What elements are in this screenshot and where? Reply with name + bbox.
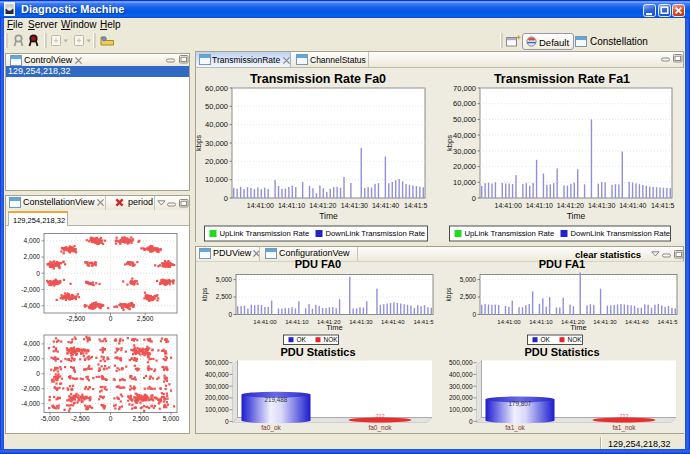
svg-text:14:41:30: 14:41:30 <box>588 202 615 209</box>
svg-text:30,000: 30,000 <box>205 139 228 148</box>
svg-text:14:41:20: 14:41:20 <box>309 202 336 209</box>
svg-text:PDU FA1: PDU FA1 <box>539 258 585 270</box>
svg-text:219,488: 219,488 <box>265 396 288 403</box>
svg-text:2,500: 2,500 <box>460 293 477 300</box>
svg-text:-4,000: -4,000 <box>21 302 40 309</box>
svg-text:70,000: 70,000 <box>453 84 476 93</box>
svg-text:2,500: 2,500 <box>216 293 233 300</box>
svg-text:14:41:10: 14:41:10 <box>526 202 553 209</box>
svg-text:14:41:40: 14:41:40 <box>625 319 649 325</box>
svg-text:0: 0 <box>109 315 113 322</box>
svg-text:40,000: 40,000 <box>453 131 476 140</box>
svg-text:OK: OK <box>297 336 307 343</box>
svg-text:300,000: 300,000 <box>449 383 473 390</box>
svg-text:14:41:30: 14:41:30 <box>349 319 373 325</box>
svg-text:Time: Time <box>319 211 338 221</box>
svg-text:DownLink Transmission Rate: DownLink Transmission Rate <box>326 229 426 238</box>
svg-text:14:41:20: 14:41:20 <box>557 202 584 209</box>
svg-text:2,500: 2,500 <box>137 315 154 322</box>
svg-text:14:41:00: 14:41:00 <box>497 319 521 325</box>
svg-text:UpLink Transmission Rate: UpLink Transmission Rate <box>220 229 310 238</box>
svg-text:100,000: 100,000 <box>205 406 229 413</box>
svg-text:212: 212 <box>375 413 384 419</box>
svg-text:5,000: 5,000 <box>163 415 180 422</box>
svg-text:5,000: 5,000 <box>216 276 233 283</box>
svg-text:14:41:00: 14:41:00 <box>253 319 277 325</box>
svg-text:14:41:5: 14:41:5 <box>651 202 674 209</box>
svg-text:-2,000: -2,000 <box>21 286 40 293</box>
svg-text:2,000: 2,000 <box>23 355 40 362</box>
svg-text:0: 0 <box>472 311 476 318</box>
svg-text:400,000: 400,000 <box>449 371 473 378</box>
svg-text:14:41:40: 14:41:40 <box>381 319 405 325</box>
svg-text:14:41:10: 14:41:10 <box>529 319 553 325</box>
svg-text:0: 0 <box>228 311 232 318</box>
svg-text:14:41:10: 14:41:10 <box>278 202 305 209</box>
svg-text:NOK: NOK <box>568 336 583 343</box>
svg-text:14:41:40: 14:41:40 <box>372 202 399 209</box>
svg-text:-2,500: -2,500 <box>71 415 90 422</box>
svg-text:0: 0 <box>225 418 229 425</box>
svg-text:-5,000: -5,000 <box>41 415 60 422</box>
svg-text:60,000: 60,000 <box>453 99 476 108</box>
svg-text:PDU Statistics: PDU Statistics <box>280 346 355 358</box>
svg-text:14:41:5: 14:41:5 <box>657 319 678 325</box>
svg-text:-2,500: -2,500 <box>67 315 86 322</box>
svg-text:fa0_ok: fa0_ok <box>261 424 281 432</box>
svg-text:14:41:00: 14:41:00 <box>247 202 274 209</box>
svg-text:10,000: 10,000 <box>205 175 228 184</box>
svg-text:4,000: 4,000 <box>23 237 40 244</box>
svg-text:DownLink Transmission Rate: DownLink Transmission Rate <box>571 229 671 238</box>
svg-text:0: 0 <box>469 418 473 425</box>
svg-text:-4,000: -4,000 <box>21 400 40 407</box>
svg-text:14:41:10: 14:41:10 <box>285 319 309 325</box>
svg-text:30,000: 30,000 <box>453 147 476 156</box>
svg-text:400,000: 400,000 <box>205 371 229 378</box>
svg-text:Time: Time <box>570 323 586 332</box>
svg-text:Time: Time <box>326 323 342 332</box>
svg-text:50,000: 50,000 <box>205 102 228 111</box>
svg-text:kbps: kbps <box>445 135 454 151</box>
svg-text:14:41:40: 14:41:40 <box>619 202 646 209</box>
svg-text:PDU Statistics: PDU Statistics <box>524 346 599 358</box>
svg-text:20,000: 20,000 <box>453 162 476 171</box>
svg-text:2,000: 2,000 <box>23 253 40 260</box>
svg-text:fa0_nok: fa0_nok <box>368 424 392 432</box>
svg-text:300,000: 300,000 <box>205 383 229 390</box>
svg-text:-2,000: -2,000 <box>21 385 40 392</box>
svg-text:kbps: kbps <box>201 287 209 301</box>
svg-text:500,000: 500,000 <box>449 359 473 366</box>
svg-text:50,000: 50,000 <box>453 115 476 124</box>
svg-text:60,000: 60,000 <box>205 84 228 93</box>
svg-text:40,000: 40,000 <box>205 120 228 129</box>
svg-text:Transmission Rate Fa1: Transmission Rate Fa1 <box>494 72 630 86</box>
svg-text:fa1_nok: fa1_nok <box>612 424 636 432</box>
svg-text:179,807: 179,807 <box>509 400 532 407</box>
svg-text:0: 0 <box>224 194 228 203</box>
svg-text:0: 0 <box>109 415 113 422</box>
svg-text:14:41:5: 14:41:5 <box>413 319 434 325</box>
svg-text:0: 0 <box>36 270 40 277</box>
svg-text:20,000: 20,000 <box>205 157 228 166</box>
svg-text:PDU FA0: PDU FA0 <box>295 258 341 270</box>
svg-text:OK: OK <box>541 336 551 343</box>
svg-text:14:41:00: 14:41:00 <box>495 202 522 209</box>
svg-text:4,000: 4,000 <box>23 340 40 347</box>
svg-text:14:41:5: 14:41:5 <box>404 202 427 209</box>
svg-text:14:41:30: 14:41:30 <box>341 202 368 209</box>
svg-text:500,000: 500,000 <box>205 359 229 366</box>
svg-text:100,000: 100,000 <box>449 406 473 413</box>
svg-text:kbps: kbps <box>445 287 453 301</box>
svg-text:kbps: kbps <box>196 135 203 151</box>
svg-text:212: 212 <box>619 413 628 419</box>
svg-text:10,000: 10,000 <box>453 178 476 187</box>
svg-text:2,500: 2,500 <box>132 415 149 422</box>
svg-text:Time: Time <box>567 211 586 221</box>
svg-text:14:41:30: 14:41:30 <box>593 319 617 325</box>
svg-text:0: 0 <box>472 194 476 203</box>
svg-text:fa1_ok: fa1_ok <box>505 424 525 432</box>
svg-text:UpLink Transmission Rate: UpLink Transmission Rate <box>465 229 555 238</box>
svg-text:200,000: 200,000 <box>449 394 473 401</box>
svg-text:0: 0 <box>36 370 40 377</box>
svg-text:Transmission Rate Fa0: Transmission Rate Fa0 <box>250 72 386 86</box>
